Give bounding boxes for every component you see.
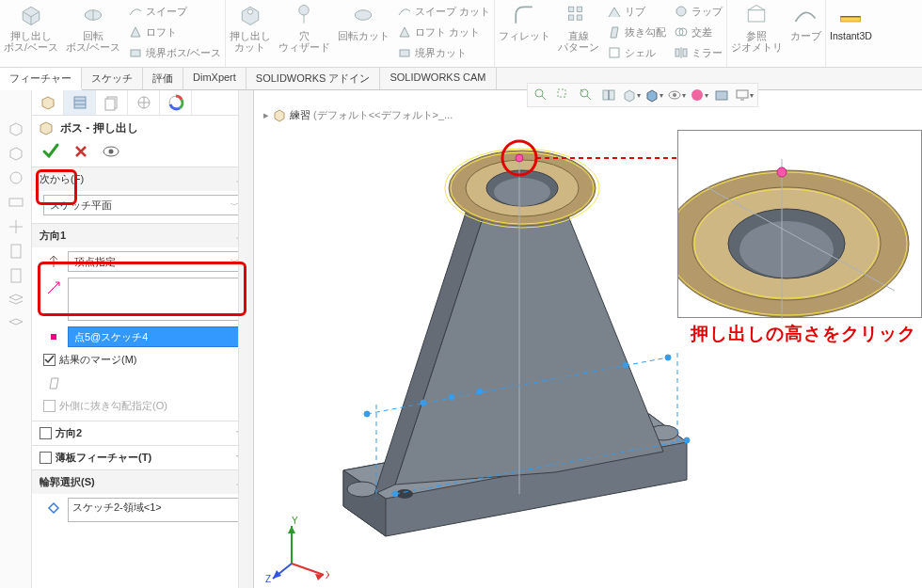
tab-evaluate[interactable]: 評価 [143,68,183,89]
zoom-area-button[interactable] [554,86,573,104]
loft-button[interactable]: ロフト [128,23,221,41]
panel-tab-config[interactable] [96,90,128,115]
cancel-x-icon[interactable] [73,144,88,159]
tab-cam[interactable]: SOLIDWORKS CAM [380,68,496,89]
appearance-button[interactable]: ▾ [690,86,708,104]
extrude-icon [38,119,55,136]
instant3d-icon [837,2,864,28]
vector-icon [46,280,61,295]
panel-scrollbar[interactable] [238,90,253,588]
from-select[interactable]: スケッチ平面 ﹀ [43,195,246,215]
extrude-boss-icon [18,2,44,28]
strip-circle-icon[interactable] [6,167,26,188]
svg-rect-42 [40,453,52,464]
reverse-direction-button[interactable] [43,251,64,272]
draft-button[interactable]: 抜き勾配 [607,23,666,41]
contour-field[interactable]: スケッチ2-領域<1> [68,498,246,522]
svg-rect-30 [11,269,21,282]
render-button[interactable]: ▾ [735,86,754,104]
direction1-header[interactable]: 方向1 ︿ [32,224,253,247]
direction2-header[interactable]: 方向2 ﹀ [32,421,253,445]
zoom-area-icon [556,87,571,103]
intersect-button[interactable]: 交差 [674,23,723,41]
tab-sketch[interactable]: スケッチ [82,68,143,89]
strip-layers2-icon[interactable] [6,314,26,335]
draft-angle-button[interactable] [43,373,64,393]
strip-cube-icon[interactable] [6,119,26,139]
strip-axis-icon[interactable] [6,216,26,237]
svg-rect-14 [676,49,679,56]
property-icon [72,94,88,111]
view-orientation-button[interactable]: ▾ [622,86,641,104]
boundary-cut-icon [397,45,412,60]
scene-button[interactable] [712,86,731,104]
from-header[interactable]: 次から(F) ︿ [32,167,253,191]
mirror-button[interactable]: ミラー [674,43,723,62]
strip-doc2-icon[interactable] [6,265,26,286]
tab-dimxpert[interactable]: DimXpert [183,68,246,89]
svg-point-2 [247,9,252,14]
target-icon [135,94,152,111]
graphics-viewport[interactable]: 押し出しの高さをクリック Y X Z [254,122,922,588]
view-cube-icon [622,87,637,103]
preview-eye-icon[interactable] [102,145,120,158]
boundary-cut-button[interactable]: 境界カット [397,43,490,62]
svg-rect-19 [558,89,565,97]
panel-tabs [32,90,253,116]
sweep-cut-button[interactable]: スイープ カット [397,2,490,21]
panel-tab-feature[interactable] [32,90,64,115]
ref-geom-button[interactable]: 参照 ジオメトリ [727,0,787,67]
rib-button[interactable]: リブ [607,2,666,21]
sweep-button[interactable]: スイープ [128,2,221,21]
boundary-boss-button[interactable]: 境界ボス/ベース [128,43,221,62]
zoom-fit-button[interactable] [532,86,550,104]
strip-doc-icon[interactable] [6,241,26,262]
shell-button[interactable]: シェル [607,43,666,62]
feature-title-row: ボス - 押し出し [32,116,253,140]
direction-vector-button[interactable] [43,278,64,298]
instant3d-button[interactable]: Instant3D [826,0,876,67]
fillet-button[interactable]: フィレット [495,0,554,67]
extrude-cut-button[interactable]: 押し出し カット [226,0,275,67]
revolve-boss-button[interactable]: 回転 ボス/ベース [62,0,124,67]
hide-show-button[interactable]: ▾ [667,86,686,104]
panel-tab-appear[interactable] [160,90,192,115]
axis-triad[interactable]: Y X Z [263,516,329,582]
direction-vector-field[interactable] [68,278,246,321]
section-view-button[interactable] [599,86,618,104]
strip-plane-icon[interactable] [6,192,26,213]
draft-outward-checkbox[interactable]: 外側に抜き勾配指定(O) [43,399,246,413]
prev-view-button[interactable] [577,86,596,104]
merge-checkbox[interactable]: 結果のマージ(M) [43,353,246,367]
revolve-cut-button[interactable]: 回転カット [334,0,393,67]
contour-header[interactable]: 輪郭選択(S) ︿ [32,470,253,494]
hole-wizard-button[interactable]: 穴 ウィザード [275,0,334,67]
contour-button[interactable] [43,498,64,518]
extrude-boss-button[interactable]: 押し出し ボス/ベース [0,0,62,67]
linear-pattern-button[interactable]: 直線 パターン [554,0,603,67]
vertex-field[interactable]: 点5@スケッチ4 [68,326,246,347]
loft-icon [128,24,143,40]
vertex-button[interactable] [43,326,64,347]
tab-addin[interactable]: SOLIDWORKS アドイン [246,68,381,89]
wrap-button[interactable]: ラップ [674,2,723,21]
loft-cut-button[interactable]: ロフト カット [397,23,490,41]
sweep-icon [128,4,143,19]
display-style-button[interactable]: ▾ [644,86,663,104]
revolve-boss-icon [80,2,106,28]
tab-feature[interactable]: フィーチャー [0,68,82,90]
svg-rect-25 [716,91,727,100]
breadcrumb-arrow-icon[interactable]: ▸ [263,109,269,121]
end-condition-select[interactable]: 頂点指定 ﹀ [68,251,246,272]
panel-tab-property[interactable] [64,90,96,115]
svg-point-60 [477,389,483,394]
strip-cube2-icon[interactable] [6,143,26,164]
thin-header[interactable]: 薄板フィーチャー(T) ﹀ [32,446,253,469]
svg-point-43 [347,482,377,497]
curve-button[interactable]: カーブ [787,0,825,67]
eye-icon [667,87,682,103]
panel-tab-dim[interactable] [128,90,160,115]
doc-name[interactable]: 練習 [290,108,310,122]
strip-layers-icon[interactable] [6,290,26,310]
ok-check-icon[interactable] [41,142,60,161]
